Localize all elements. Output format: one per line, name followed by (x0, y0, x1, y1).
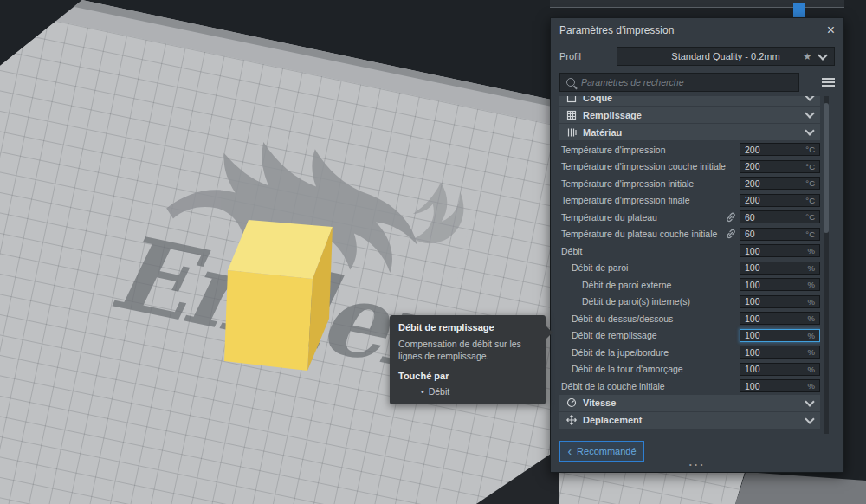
setting-label: Température d'impression finale (559, 195, 740, 205)
setting-label: Température d'impression (559, 145, 740, 155)
setting-row: Débit de paroi 100 % (559, 260, 820, 277)
setting-row: Débit de la jupe/bordure 100 % (559, 344, 820, 361)
setting-value-field[interactable]: 200 °C (740, 177, 820, 190)
setting-unit: °C (805, 162, 819, 171)
setting-value: 100 (740, 280, 808, 290)
panel-title: Paramètres d'impression (559, 24, 674, 36)
setting-value-field[interactable]: 100 % (740, 363, 820, 376)
setting-value-field[interactable]: 200 °C (740, 143, 820, 156)
category-label: Coque (583, 96, 612, 103)
chevron-down-icon (805, 126, 814, 135)
travel-icon (566, 415, 577, 425)
setting-value-field[interactable]: 100 % (740, 262, 820, 275)
settings-scrollbar[interactable] (824, 96, 829, 434)
close-icon[interactable]: × (827, 24, 835, 36)
setting-unit: °C (805, 145, 819, 154)
chevron-left-icon: ‹ (567, 447, 572, 456)
profile-row: Profil Standard Quality - 0.2mm ★ (559, 47, 835, 66)
search-box[interactable] (559, 73, 799, 92)
settings-list: Coque Remplissage Matériau Température d… (559, 96, 820, 434)
category-label: Déplacement (583, 415, 642, 425)
setting-unit: % (808, 347, 819, 357)
scrollbar-thumb[interactable] (824, 103, 829, 233)
setting-label: Débit de paroi (559, 262, 740, 273)
setting-value-field[interactable]: 200 °C (740, 194, 820, 207)
setting-label: Température du plateau couche initiale (559, 229, 726, 239)
setting-value: 200 (740, 161, 805, 171)
setting-row: Température du plateau couche initiale 6… (559, 226, 820, 243)
setting-value-field[interactable]: 100 % (740, 295, 820, 308)
search-row (559, 73, 835, 92)
setting-unit: % (808, 365, 819, 374)
setting-row-debit-remplissage: Débit de remplissage 100 % (559, 327, 820, 345)
setting-unit: % (808, 331, 819, 340)
setting-value-field[interactable]: 100 % (740, 379, 820, 392)
category-label: Vitesse (583, 397, 616, 408)
setting-unit: °C (805, 212, 819, 222)
setting-label: Débit du dessus/dessous (559, 313, 740, 324)
panel-header: Paramètres d'impression × (551, 18, 843, 42)
infill-icon (566, 110, 577, 120)
category-remplissage[interactable]: Remplissage (559, 107, 820, 123)
setting-label: Débit de remplissage (559, 330, 740, 340)
setting-value: 100 (740, 347, 808, 358)
category-materiau[interactable]: Matériau (559, 124, 820, 140)
setting-value: 100 (740, 296, 808, 307)
tooltip-description: Compensation de débit sur les lignes de … (398, 338, 537, 363)
chevron-down-icon (805, 108, 814, 118)
model-cube[interactable] (208, 208, 346, 381)
setting-value-field[interactable]: 100 % (740, 346, 820, 359)
search-icon (566, 78, 575, 87)
setting-value-field[interactable]: 200 °C (740, 160, 820, 173)
tooltip-affected-item: •Débit (398, 386, 537, 397)
star-icon[interactable]: ★ (803, 51, 811, 62)
link-icon[interactable] (726, 212, 736, 223)
setting-value: 100 (740, 330, 808, 340)
category-vitesse[interactable]: Vitesse (559, 395, 820, 411)
setting-label: Débit de paroi externe (559, 280, 740, 290)
setting-value-field[interactable]: 100 % (740, 312, 820, 325)
setting-value: 60 (740, 212, 805, 223)
setting-value-field[interactable]: 100 % (740, 278, 820, 291)
setting-row: Température d'impression 200 °C (559, 141, 820, 158)
cube-front-face (224, 270, 313, 371)
category-deplacement[interactable]: Déplacement (559, 412, 820, 429)
setting-value-field[interactable]: 100 % (740, 244, 820, 257)
setting-unit: % (808, 297, 819, 307)
setting-unit: % (808, 313, 819, 323)
setting-unit: °C (805, 196, 819, 205)
setting-label: Température d'impression initiale (559, 178, 740, 189)
category-coque[interactable]: Coque (559, 96, 820, 106)
menu-icon[interactable] (822, 78, 835, 80)
bullet-icon: • (421, 386, 424, 397)
shell-icon (566, 96, 577, 103)
category-label: Matériau (583, 127, 622, 138)
setting-label: Température d'impression couche initiale (559, 161, 740, 171)
setting-value: 100 (740, 262, 808, 273)
setting-value-field[interactable]: 60 °C (740, 228, 820, 241)
setting-row: Débit de paroi(s) interne(s) 100 % (559, 294, 820, 311)
link-icon[interactable] (726, 229, 736, 239)
setting-row: Température d'impression couche initiale… (559, 158, 820, 176)
setting-value-field-focused[interactable]: 100 % (740, 329, 820, 342)
panel-resize-handle[interactable]: ··· (551, 458, 843, 471)
setting-value: 200 (740, 195, 805, 205)
setting-unit: % (808, 381, 819, 391)
setting-value-field[interactable]: 60 °C (740, 210, 820, 223)
cura-window: Ender Paramètres d'impression × Profil S… (0, 0, 866, 504)
search-input[interactable] (579, 76, 798, 88)
profile-value: Standard Quality - 0.2mm (671, 51, 779, 61)
setting-row: Débit du dessus/dessous 100 % (559, 310, 820, 327)
setting-row: Débit de la couche initiale 100 % (559, 378, 820, 395)
chevron-down-icon (805, 397, 814, 406)
setting-label: Température du plateau (559, 212, 726, 223)
setting-label: Débit de paroi(s) interne(s) (559, 296, 740, 307)
profile-dropdown[interactable]: Standard Quality - 0.2mm ★ (617, 47, 835, 66)
tooltip-affected-by-label: Touché par (398, 371, 537, 381)
setting-unit: °C (805, 178, 819, 188)
profile-label: Profil (559, 51, 617, 61)
chevron-down-icon (805, 96, 814, 101)
setting-row: Débit de la tour d'amorçage 100 % (559, 361, 820, 378)
setting-value: 60 (740, 229, 805, 239)
setting-unit: % (808, 280, 819, 289)
